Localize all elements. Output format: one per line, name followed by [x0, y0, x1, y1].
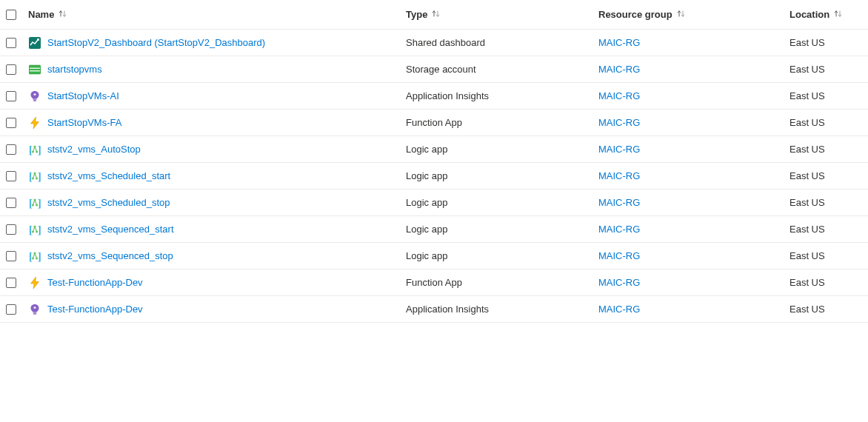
- resource-table: Name Type Resource group Location StartS…: [0, 0, 868, 323]
- column-header-type-label: Type: [406, 9, 427, 20]
- resource-location: East US: [789, 117, 825, 128]
- row-checkbox[interactable]: [6, 64, 16, 75]
- resource-type: Application Insights: [406, 304, 489, 315]
- row-checkbox[interactable]: [6, 224, 16, 235]
- logic-app-icon: [28, 249, 41, 263]
- select-all-checkbox[interactable]: [6, 10, 16, 20]
- resource-location: East US: [789, 144, 825, 155]
- resource-type: Logic app: [406, 224, 447, 235]
- resource-name-link[interactable]: startstopvms: [47, 64, 102, 75]
- resource-location: East US: [789, 170, 825, 181]
- row-checkbox[interactable]: [6, 171, 16, 181]
- sort-icon: [677, 10, 687, 19]
- resource-location: East US: [789, 277, 825, 288]
- row-checkbox[interactable]: [6, 251, 16, 261]
- resource-group-link[interactable]: MAIC-RG: [598, 90, 640, 101]
- resource-group-link[interactable]: MAIC-RG: [598, 250, 640, 261]
- logic-app-icon: [28, 223, 41, 236]
- row-checkbox[interactable]: [6, 304, 16, 315]
- table-row: StartStopVMs-FAFunction AppMAIC-RGEast U…: [0, 110, 868, 136]
- dashboard-icon: [28, 36, 41, 50]
- table-row: ststv2_vms_Scheduled_startLogic appMAIC-…: [0, 163, 868, 190]
- resource-location: East US: [789, 250, 825, 261]
- row-checkbox[interactable]: [6, 144, 16, 155]
- table-row: Test-FunctionApp-DevFunction AppMAIC-RGE…: [0, 269, 868, 296]
- table-row: StartStopV2_Dashboard (StartStopV2_Dashb…: [0, 30, 868, 56]
- logic-app-icon: [28, 143, 41, 156]
- resource-type: Logic app: [406, 170, 447, 181]
- resource-name-link[interactable]: StartStopVMs-FA: [47, 117, 121, 128]
- resource-name-link[interactable]: ststv2_vms_Sequenced_start: [47, 224, 174, 235]
- resource-group-link[interactable]: MAIC-RG: [598, 37, 640, 48]
- resource-type: Application Insights: [406, 90, 489, 101]
- resource-group-link[interactable]: MAIC-RG: [598, 304, 640, 315]
- column-header-type[interactable]: Type: [406, 9, 442, 20]
- table-row: Test-FunctionApp-DevApplication Insights…: [0, 296, 868, 323]
- resource-name-link[interactable]: ststv2_vms_Scheduled_stop: [47, 197, 170, 208]
- resource-group-link[interactable]: MAIC-RG: [598, 64, 640, 75]
- sort-icon: [834, 10, 844, 19]
- resource-location: East US: [789, 37, 825, 48]
- resource-name-link[interactable]: StartStopVMs-AI: [47, 90, 119, 101]
- resource-group-link[interactable]: MAIC-RG: [598, 277, 640, 288]
- sort-icon: [432, 10, 442, 19]
- table-row: startstopvmsStorage accountMAIC-RGEast U…: [0, 56, 868, 83]
- row-checkbox[interactable]: [6, 278, 16, 288]
- resource-name-link[interactable]: Test-FunctionApp-Dev: [47, 277, 143, 288]
- resource-name-link[interactable]: ststv2_vms_Scheduled_start: [47, 170, 170, 181]
- column-header-resource-group[interactable]: Resource group: [598, 9, 687, 20]
- resource-location: East US: [789, 224, 825, 235]
- resource-location: East US: [789, 197, 825, 208]
- resource-location: East US: [789, 304, 825, 315]
- application-insights-icon: [28, 90, 41, 103]
- resource-group-link[interactable]: MAIC-RG: [598, 197, 640, 208]
- resource-location: East US: [789, 90, 825, 101]
- column-header-location[interactable]: Location: [789, 9, 844, 20]
- resource-type: Shared dashboard: [406, 37, 485, 48]
- resource-type: Logic app: [406, 250, 447, 261]
- storage-account-icon: [28, 63, 41, 76]
- resource-name-link[interactable]: ststv2_vms_Sequenced_stop: [47, 250, 173, 261]
- resource-type: Function App: [406, 117, 462, 128]
- table-row: ststv2_vms_Sequenced_startLogic appMAIC-…: [0, 216, 868, 243]
- resource-type: Logic app: [406, 197, 447, 208]
- row-checkbox[interactable]: [6, 118, 16, 128]
- table-row: ststv2_vms_Scheduled_stopLogic appMAIC-R…: [0, 190, 868, 216]
- function-app-icon: [28, 276, 41, 289]
- logic-app-icon: [28, 196, 41, 210]
- column-header-name-label: Name: [28, 9, 54, 20]
- resource-name-link[interactable]: Test-FunctionApp-Dev: [47, 304, 143, 315]
- column-header-name[interactable]: Name: [28, 9, 69, 20]
- resource-group-link[interactable]: MAIC-RG: [598, 117, 640, 128]
- resource-type: Storage account: [406, 64, 476, 75]
- application-insights-icon: [28, 303, 41, 316]
- function-app-icon: [28, 116, 41, 130]
- column-header-location-label: Location: [789, 9, 829, 20]
- resource-group-link[interactable]: MAIC-RG: [598, 144, 640, 155]
- logic-app-icon: [28, 170, 41, 183]
- table-row: StartStopVMs-AIApplication InsightsMAIC-…: [0, 83, 868, 110]
- resource-group-link[interactable]: MAIC-RG: [598, 224, 640, 235]
- sort-icon: [59, 10, 69, 19]
- resource-location: East US: [789, 64, 825, 75]
- resource-group-link[interactable]: MAIC-RG: [598, 170, 640, 181]
- resource-name-link[interactable]: StartStopV2_Dashboard (StartStopV2_Dashb…: [47, 37, 265, 48]
- resource-name-link[interactable]: ststv2_vms_AutoStop: [47, 144, 141, 155]
- row-checkbox[interactable]: [6, 198, 16, 208]
- row-checkbox[interactable]: [6, 91, 16, 101]
- column-header-rg-label: Resource group: [598, 9, 672, 20]
- row-checkbox[interactable]: [6, 38, 16, 48]
- table-row: ststv2_vms_AutoStopLogic appMAIC-RGEast …: [0, 136, 868, 163]
- resource-type: Function App: [406, 277, 462, 288]
- resource-type: Logic app: [406, 144, 447, 155]
- table-header-row: Name Type Resource group Location: [0, 0, 868, 30]
- table-row: ststv2_vms_Sequenced_stopLogic appMAIC-R…: [0, 243, 868, 269]
